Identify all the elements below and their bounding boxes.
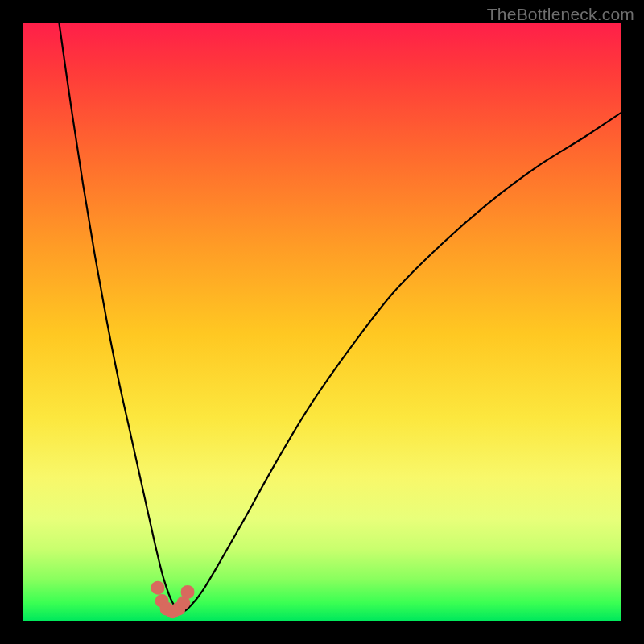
highlight-dot <box>181 585 195 599</box>
highlight-dot <box>151 581 164 595</box>
highlight-region <box>151 581 194 619</box>
chart-plot-area <box>23 23 621 621</box>
watermark-text: TheBottleneck.com <box>487 5 634 24</box>
chart-svg <box>23 23 621 621</box>
bottleneck-curve-line <box>60 23 621 612</box>
